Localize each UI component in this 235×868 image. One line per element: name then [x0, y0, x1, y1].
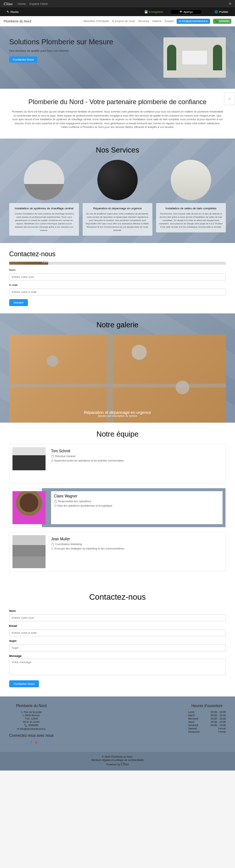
nom-input[interactable]	[9, 614, 226, 621]
hero-subtitle: Des services de qualité pour tous vos be…	[9, 49, 156, 52]
nom-input[interactable]	[9, 273, 226, 280]
gallery-title: Notre galerie	[9, 321, 226, 329]
nav-home[interactable]: Home	[18, 2, 26, 5]
message-input[interactable]	[9, 659, 226, 675]
contact2-title: Contactez-nous	[9, 592, 226, 602]
team-member: Claire Wagner📋 Responsable des Opération…	[9, 488, 226, 527]
publish-button[interactable]: 🌐 Publier	[212, 10, 231, 14]
contact-form-2: Contactez-nous Nom Email Sujet Message C…	[0, 583, 235, 696]
site-brand: Plomberie du Nord	[4, 19, 31, 23]
service-image	[97, 160, 138, 200]
twitter-icon[interactable]: 𝕏	[25, 740, 28, 744]
footer: Plomberie du Nord 1, Rue de la poste L-9…	[0, 696, 235, 752]
team-title: Notre équipe	[9, 430, 226, 438]
member-photo	[12, 491, 46, 524]
nav-link[interactable]: Services	[138, 19, 149, 23]
legal-link[interactable]: Mentions légales et politique de confide…	[4, 759, 231, 761]
progress-bar: 1 of 5	[9, 262, 226, 265]
contact1-title: Contactez-nous	[9, 250, 226, 258]
member-photo	[12, 447, 46, 480]
phone-button[interactable]: 📞 9500000	[213, 19, 231, 24]
services-section: Nos Services Installation de systèmes de…	[0, 139, 235, 243]
instagram-icon[interactable]: ◉	[35, 740, 38, 744]
service-image	[171, 160, 211, 200]
email-input[interactable]	[9, 629, 226, 636]
settings-icon[interactable]: ⚙	[229, 2, 231, 5]
service-card: Installation de salles de bain complètes…	[156, 160, 226, 236]
app-logo: Clixo	[4, 1, 12, 6]
nav-espace-client[interactable]: Espace Client	[29, 2, 47, 5]
intro-title: Plomberie du Nord - Votre partenaire plo…	[11, 98, 224, 106]
app-topbar: Clixo Home Espace Client ⚙	[0, 0, 235, 7]
hero-section: Solutions Plomberie sur Mesure Des servi…	[0, 26, 235, 89]
save-button[interactable]: 💾 Enregistrer	[141, 10, 166, 14]
intro-section: Plomberie du Nord - Votre partenaire plo…	[0, 89, 235, 139]
team-member: Tom Schmit📋 Directeur Généralⓘ Supervise…	[9, 444, 226, 483]
gallery-section: Notre galerie Réparation et dépannage en…	[0, 313, 235, 423]
studio-button[interactable]: ✎ Studio	[4, 10, 22, 14]
service-card: Réparation et dépannage en urgenceEn cas…	[83, 160, 152, 236]
member-photo	[12, 535, 46, 568]
services-title: Nos Services	[9, 146, 226, 154]
contact-form-1: Contactez-nous 1 of 5 Nom E-mail Suivant	[0, 243, 235, 313]
email-input[interactable]	[9, 288, 226, 295]
intro-text: Plombiers du Nord est bien plus qu'une s…	[11, 110, 224, 129]
service-image	[24, 160, 64, 200]
footer-bottom: © 2024 Plomberie du Nord. Mentions légal…	[0, 752, 235, 770]
editor-toolbar: ✎ Studio 💾 Enregistrer 👁 Aperçu 🌐 Publie…	[0, 7, 235, 16]
sujet-input[interactable]	[9, 644, 226, 651]
email-button[interactable]: ✉ info@plomberienord.lu	[177, 19, 210, 24]
team-member: Jean Muller📋 Coordinateur Marketingⓘ S'o…	[9, 532, 226, 571]
team-section: Notre équipe Tom Schmit📋 Directeur Génér…	[0, 423, 235, 583]
next-button[interactable]: Suivant	[9, 299, 28, 306]
hero-title: Solutions Plomberie sur Mesure	[9, 37, 156, 46]
site-navbar: Plomberie du Nord Bannière Principale À …	[0, 16, 235, 26]
gallery-image: Réparation et dépannage en urgence Ajout…	[9, 335, 226, 423]
nav-link[interactable]: Équipe	[164, 19, 174, 23]
recaptcha-badge: 🛡	[224, 92, 235, 105]
nav-link[interactable]: À propos de nous	[112, 19, 135, 23]
opening-hours: Lundi09:00 - 18:00Mardi09:00 - 18:00Merc…	[188, 711, 226, 733]
nav-link[interactable]: Bannière Principale	[84, 19, 109, 23]
facebook-icon[interactable]: f	[30, 740, 32, 744]
hero-cta-button[interactable]: Contactez-Nous	[9, 56, 37, 63]
service-card: Installation de systèmes de chauffage ce…	[9, 160, 79, 236]
contact-submit-button[interactable]: Contactez-Nous	[9, 680, 39, 687]
nav-link[interactable]: Galerie	[152, 19, 162, 23]
hero-image	[163, 37, 226, 78]
preview-button[interactable]: 👁 Aperçu	[170, 9, 202, 15]
